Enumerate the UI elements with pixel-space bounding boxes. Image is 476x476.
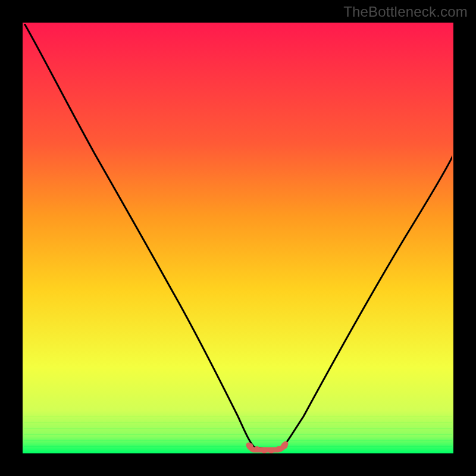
chart-svg bbox=[0, 0, 476, 476]
svg-point-7 bbox=[247, 443, 253, 450]
plot-background bbox=[23, 23, 453, 453]
svg-point-11 bbox=[275, 446, 281, 452]
svg-point-9 bbox=[261, 447, 267, 453]
svg-point-10 bbox=[268, 447, 274, 453]
svg-point-12 bbox=[281, 443, 288, 449]
watermark-text: TheBottleneck.com bbox=[343, 4, 468, 20]
chart-frame bbox=[0, 0, 476, 476]
svg-point-8 bbox=[254, 446, 260, 452]
